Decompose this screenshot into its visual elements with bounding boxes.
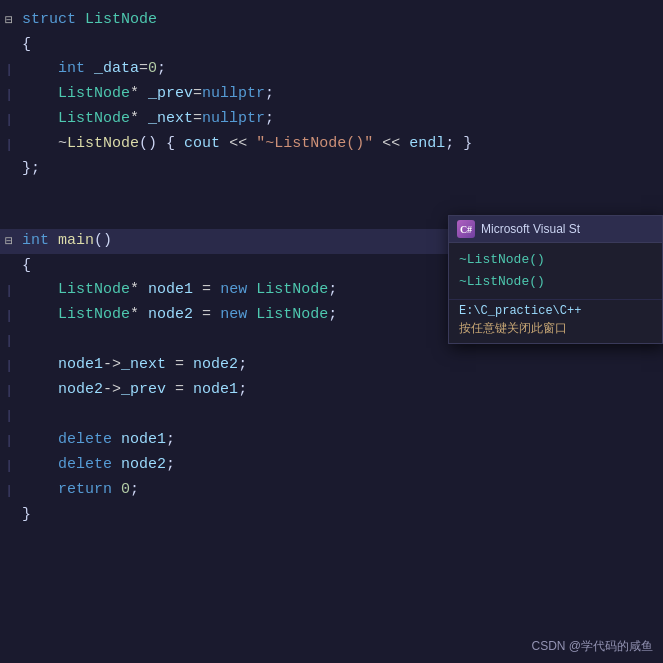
line-17: | — [0, 403, 663, 428]
line-content-4: ListNode* _prev=nullptr; — [18, 82, 663, 106]
line-4: | ListNode* _prev=nullptr; — [0, 82, 663, 107]
popup-body: ~ListNode() ~ListNode() — [449, 243, 662, 299]
popup-path: E:\C_practice\C++ — [459, 304, 652, 318]
fold-gutter-9 — [0, 205, 18, 206]
popup-output-line-2: ~ListNode() — [459, 271, 652, 293]
line-3: | int _data=0; — [0, 57, 663, 82]
line-content-20: return 0; — [18, 478, 663, 502]
fold-gutter-5: | — [0, 107, 18, 132]
line-content-17 — [18, 403, 663, 427]
line-16: | node2->_prev = node1; — [0, 378, 663, 403]
line-content-8 — [18, 181, 663, 205]
fold-gutter-19: | — [0, 453, 18, 478]
line-content-3: int _data=0; — [18, 57, 663, 81]
line-content-5: ListNode* _next=nullptr; — [18, 107, 663, 131]
line-19: | delete node2; — [0, 453, 663, 478]
fold-gutter-12: | — [0, 278, 18, 303]
fold-gutter-7 — [0, 157, 18, 158]
popup-window: C# Microsoft Visual St ~ListNode() ~List… — [448, 215, 663, 344]
popup-hint: 按任意键关闭此窗口 — [459, 320, 652, 337]
line-content-21: } — [18, 503, 663, 527]
fold-gutter-10[interactable]: ⊟ — [0, 229, 18, 254]
line-content-15: node1->_next = node2; — [18, 353, 663, 377]
line-content-16: node2->_prev = node1; — [18, 378, 663, 402]
fold-gutter-6: | — [0, 132, 18, 157]
line-content-7: }; — [18, 157, 663, 181]
line-6: | ~ListNode() { cout << "~ListNode()" <<… — [0, 132, 663, 157]
vs-icon: C# — [457, 220, 475, 238]
fold-gutter-4: | — [0, 82, 18, 107]
fold-gutter-8 — [0, 181, 18, 182]
code-editor: ⊟ struct ListNode { | int _data=0; | Lis… — [0, 0, 663, 663]
popup-titlebar: C# Microsoft Visual St — [449, 216, 662, 243]
line-content-2: { — [18, 33, 663, 57]
line-15: | node1->_next = node2; — [0, 353, 663, 378]
fold-gutter-2 — [0, 33, 18, 34]
line-18: | delete node1; — [0, 428, 663, 453]
line-8 — [0, 181, 663, 205]
line-20: | return 0; — [0, 478, 663, 503]
line-21: } — [0, 503, 663, 527]
line-5: | ListNode* _next=nullptr; — [0, 107, 663, 132]
fold-gutter-20: | — [0, 478, 18, 503]
fold-gutter-14: | — [0, 328, 18, 353]
watermark: CSDN @学代码的咸鱼 — [531, 638, 653, 655]
popup-title: Microsoft Visual St — [481, 222, 580, 236]
line-content-1: struct ListNode — [18, 8, 663, 32]
fold-gutter-3: | — [0, 57, 18, 82]
line-content-18: delete node1; — [18, 428, 663, 452]
line-7: }; — [0, 157, 663, 181]
fold-gutter-16: | — [0, 378, 18, 403]
popup-footer: E:\C_practice\C++ 按任意键关闭此窗口 — [449, 299, 662, 343]
popup-output-line-1: ~ListNode() — [459, 249, 652, 271]
fold-gutter-17: | — [0, 403, 18, 428]
fold-gutter-18: | — [0, 428, 18, 453]
fold-gutter-11 — [0, 254, 18, 255]
fold-gutter-21 — [0, 503, 18, 504]
fold-gutter-13: | — [0, 303, 18, 328]
line-2: { — [0, 33, 663, 57]
line-content-6: ~ListNode() { cout << "~ListNode()" << e… — [18, 132, 663, 156]
line-1: ⊟ struct ListNode — [0, 8, 663, 33]
line-content-19: delete node2; — [18, 453, 663, 477]
fold-gutter-15: | — [0, 353, 18, 378]
fold-gutter-1[interactable]: ⊟ — [0, 8, 18, 33]
